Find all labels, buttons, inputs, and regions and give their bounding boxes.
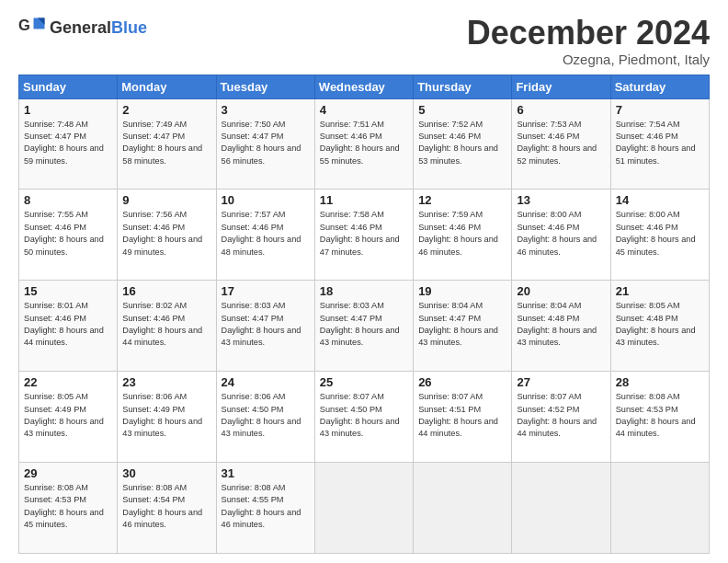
day-cell: 27Sunrise: 8:07 AMSunset: 4:52 PMDayligh… bbox=[512, 372, 610, 463]
day-info: Sunrise: 7:56 AMSunset: 4:46 PMDaylight:… bbox=[122, 209, 210, 258]
day-number: 3 bbox=[222, 103, 310, 117]
day-info: Sunrise: 8:03 AMSunset: 4:47 PMDaylight:… bbox=[222, 300, 310, 349]
logo-icon: G bbox=[18, 15, 46, 40]
day-info: Sunrise: 8:08 AMSunset: 4:53 PMDaylight:… bbox=[24, 482, 112, 531]
day-number: 17 bbox=[222, 284, 310, 298]
location: Ozegna, Piedmont, Italy bbox=[467, 52, 710, 67]
day-cell: 30Sunrise: 8:08 AMSunset: 4:54 PMDayligh… bbox=[118, 463, 216, 554]
day-cell: 1Sunrise: 7:48 AMSunset: 4:47 PMDaylight… bbox=[19, 98, 118, 190]
day-info: Sunrise: 7:58 AMSunset: 4:46 PMDaylight:… bbox=[320, 209, 408, 258]
calendar-table: Sunday Monday Tuesday Wednesday Thursday… bbox=[18, 75, 710, 554]
day-number: 2 bbox=[122, 103, 210, 117]
day-cell: 20Sunrise: 8:04 AMSunset: 4:48 PMDayligh… bbox=[512, 281, 610, 372]
logo-general: General bbox=[50, 18, 111, 37]
day-cell bbox=[314, 463, 413, 554]
day-number: 12 bbox=[418, 193, 506, 207]
day-info: Sunrise: 8:08 AMSunset: 4:55 PMDaylight:… bbox=[222, 482, 310, 531]
th-monday: Monday bbox=[118, 75, 216, 98]
day-info: Sunrise: 7:51 AMSunset: 4:46 PMDaylight:… bbox=[320, 119, 408, 167]
th-saturday: Saturday bbox=[610, 75, 709, 98]
day-info: Sunrise: 8:01 AMSunset: 4:46 PMDaylight:… bbox=[24, 300, 112, 349]
day-cell: 15Sunrise: 8:01 AMSunset: 4:46 PMDayligh… bbox=[19, 281, 118, 372]
svg-text:G: G bbox=[18, 17, 30, 33]
day-cell: 31Sunrise: 8:08 AMSunset: 4:55 PMDayligh… bbox=[216, 463, 314, 554]
day-number: 9 bbox=[122, 193, 210, 207]
day-info: Sunrise: 8:02 AMSunset: 4:46 PMDaylight:… bbox=[122, 300, 210, 349]
day-info: Sunrise: 7:53 AMSunset: 4:46 PMDaylight:… bbox=[517, 119, 605, 167]
day-cell bbox=[610, 463, 709, 554]
logo-blue: Blue bbox=[111, 18, 147, 37]
day-info: Sunrise: 7:57 AMSunset: 4:46 PMDaylight:… bbox=[222, 209, 310, 258]
day-cell: 22Sunrise: 8:05 AMSunset: 4:49 PMDayligh… bbox=[19, 372, 118, 463]
day-info: Sunrise: 7:50 AMSunset: 4:47 PMDaylight:… bbox=[222, 119, 310, 167]
day-number: 23 bbox=[122, 375, 210, 389]
day-cell: 25Sunrise: 8:07 AMSunset: 4:50 PMDayligh… bbox=[314, 372, 413, 463]
day-number: 7 bbox=[616, 103, 704, 117]
day-number: 22 bbox=[24, 375, 112, 389]
day-info: Sunrise: 8:07 AMSunset: 4:52 PMDaylight:… bbox=[517, 391, 605, 440]
day-cell bbox=[512, 463, 610, 554]
th-friday: Friday bbox=[512, 75, 610, 98]
day-cell: 16Sunrise: 8:02 AMSunset: 4:46 PMDayligh… bbox=[118, 281, 216, 372]
day-number: 6 bbox=[517, 103, 605, 117]
day-info: Sunrise: 7:55 AMSunset: 4:46 PMDaylight:… bbox=[24, 209, 112, 258]
day-cell: 4Sunrise: 7:51 AMSunset: 4:46 PMDaylight… bbox=[314, 98, 413, 190]
day-cell: 3Sunrise: 7:50 AMSunset: 4:47 PMDaylight… bbox=[216, 98, 314, 190]
day-info: Sunrise: 8:08 AMSunset: 4:53 PMDaylight:… bbox=[616, 391, 704, 440]
day-number: 1 bbox=[24, 103, 112, 117]
day-cell: 23Sunrise: 8:06 AMSunset: 4:49 PMDayligh… bbox=[118, 372, 216, 463]
day-number: 19 bbox=[418, 284, 506, 298]
day-info: Sunrise: 8:08 AMSunset: 4:54 PMDaylight:… bbox=[122, 482, 210, 531]
day-cell: 28Sunrise: 8:08 AMSunset: 4:53 PMDayligh… bbox=[610, 372, 709, 463]
day-cell: 18Sunrise: 8:03 AMSunset: 4:47 PMDayligh… bbox=[314, 281, 413, 372]
day-cell: 24Sunrise: 8:06 AMSunset: 4:50 PMDayligh… bbox=[216, 372, 314, 463]
day-number: 28 bbox=[616, 375, 704, 389]
day-info: Sunrise: 7:49 AMSunset: 4:47 PMDaylight:… bbox=[122, 119, 210, 167]
day-number: 16 bbox=[122, 284, 210, 298]
top-area: G GeneralBlue December 2024 Ozegna, Pied… bbox=[18, 15, 710, 67]
day-cell: 19Sunrise: 8:04 AMSunset: 4:47 PMDayligh… bbox=[414, 281, 512, 372]
th-thursday: Thursday bbox=[414, 75, 512, 98]
day-number: 29 bbox=[24, 466, 112, 480]
day-cell: 11Sunrise: 7:58 AMSunset: 4:46 PMDayligh… bbox=[314, 190, 413, 281]
day-cell: 10Sunrise: 7:57 AMSunset: 4:46 PMDayligh… bbox=[216, 190, 314, 281]
logo: G GeneralBlue bbox=[18, 15, 147, 40]
day-info: Sunrise: 8:07 AMSunset: 4:50 PMDaylight:… bbox=[320, 391, 408, 440]
header-row: Sunday Monday Tuesday Wednesday Thursday… bbox=[19, 75, 710, 98]
day-info: Sunrise: 8:04 AMSunset: 4:47 PMDaylight:… bbox=[418, 300, 506, 349]
title-area: December 2024 Ozegna, Piedmont, Italy bbox=[467, 15, 710, 67]
day-info: Sunrise: 7:59 AMSunset: 4:46 PMDaylight:… bbox=[418, 209, 506, 258]
day-number: 25 bbox=[320, 375, 408, 389]
day-number: 15 bbox=[24, 284, 112, 298]
day-cell: 17Sunrise: 8:03 AMSunset: 4:47 PMDayligh… bbox=[216, 281, 314, 372]
day-number: 30 bbox=[122, 466, 210, 480]
day-cell: 5Sunrise: 7:52 AMSunset: 4:46 PMDaylight… bbox=[414, 98, 512, 190]
day-cell: 8Sunrise: 7:55 AMSunset: 4:46 PMDaylight… bbox=[19, 190, 118, 281]
day-info: Sunrise: 8:06 AMSunset: 4:49 PMDaylight:… bbox=[122, 391, 210, 440]
day-number: 4 bbox=[320, 103, 408, 117]
day-info: Sunrise: 8:07 AMSunset: 4:51 PMDaylight:… bbox=[418, 391, 506, 440]
week-row-4: 22Sunrise: 8:05 AMSunset: 4:49 PMDayligh… bbox=[19, 372, 710, 463]
day-cell: 21Sunrise: 8:05 AMSunset: 4:48 PMDayligh… bbox=[610, 281, 709, 372]
day-number: 13 bbox=[517, 193, 605, 207]
day-cell: 26Sunrise: 8:07 AMSunset: 4:51 PMDayligh… bbox=[414, 372, 512, 463]
th-sunday: Sunday bbox=[19, 75, 118, 98]
day-cell: 2Sunrise: 7:49 AMSunset: 4:47 PMDaylight… bbox=[118, 98, 216, 190]
day-number: 31 bbox=[222, 466, 310, 480]
week-row-1: 1Sunrise: 7:48 AMSunset: 4:47 PMDaylight… bbox=[19, 98, 710, 190]
day-cell: 9Sunrise: 7:56 AMSunset: 4:46 PMDaylight… bbox=[118, 190, 216, 281]
day-cell bbox=[414, 463, 512, 554]
day-info: Sunrise: 8:03 AMSunset: 4:47 PMDaylight:… bbox=[320, 300, 408, 349]
day-number: 18 bbox=[320, 284, 408, 298]
week-row-5: 29Sunrise: 8:08 AMSunset: 4:53 PMDayligh… bbox=[19, 463, 710, 554]
page: G GeneralBlue December 2024 Ozegna, Pied… bbox=[0, 0, 728, 563]
day-info: Sunrise: 8:00 AMSunset: 4:46 PMDaylight:… bbox=[517, 209, 605, 258]
day-info: Sunrise: 8:05 AMSunset: 4:49 PMDaylight:… bbox=[24, 391, 112, 440]
day-cell: 6Sunrise: 7:53 AMSunset: 4:46 PMDaylight… bbox=[512, 98, 610, 190]
day-info: Sunrise: 7:54 AMSunset: 4:46 PMDaylight:… bbox=[616, 119, 704, 167]
day-number: 5 bbox=[418, 103, 506, 117]
day-info: Sunrise: 8:00 AMSunset: 4:46 PMDaylight:… bbox=[616, 209, 704, 258]
day-number: 24 bbox=[222, 375, 310, 389]
day-number: 11 bbox=[320, 193, 408, 207]
week-row-2: 8Sunrise: 7:55 AMSunset: 4:46 PMDaylight… bbox=[19, 190, 710, 281]
